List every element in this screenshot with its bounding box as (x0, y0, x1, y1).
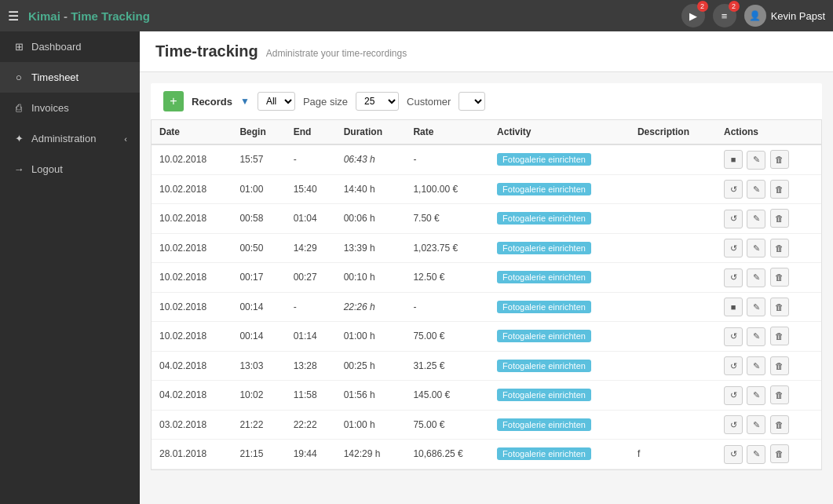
cell-activity: Fotogalerie einrichten (489, 292, 630, 322)
restart-button[interactable]: ↺ (724, 210, 743, 228)
cell-rate: 75.00 € (405, 322, 489, 352)
cell-date: 10.02.2018 (152, 263, 232, 293)
restart-button[interactable]: ↺ (724, 180, 743, 199)
delete-button[interactable]: 🗑 (770, 150, 789, 169)
edit-button[interactable]: ✎ (747, 298, 765, 316)
cell-end: 01:14 (286, 322, 336, 352)
cell-description (630, 174, 716, 204)
dashboard-icon: ⊞ (13, 41, 25, 53)
edit-button[interactable]: ✎ (747, 386, 765, 405)
cell-rate: - (405, 144, 489, 174)
chat-badge: 2 (729, 1, 740, 12)
delete-button[interactable]: 🗑 (770, 209, 789, 228)
logout-icon: → (13, 163, 25, 175)
delete-button[interactable]: 🗑 (770, 298, 789, 316)
cell-begin: 10:02 (232, 381, 285, 411)
cell-duration: 13:39 h (336, 233, 406, 263)
edit-button[interactable]: ✎ (747, 415, 765, 434)
cell-activity: Fotogalerie einrichten (489, 204, 630, 234)
edit-button[interactable]: ✎ (747, 210, 765, 228)
cell-activity: Fotogalerie einrichten (489, 410, 630, 440)
page-subtitle: Administrate your time-recordings (266, 48, 407, 59)
cell-duration: 00:10 h (336, 263, 406, 293)
stop-button[interactable]: ■ (724, 150, 743, 169)
delete-button[interactable]: 🗑 (770, 327, 789, 345)
cell-date: 03.02.2018 (152, 410, 232, 440)
cell-rate: 12.50 € (405, 263, 489, 293)
cell-end: 00:27 (286, 263, 336, 293)
edit-button[interactable]: ✎ (747, 356, 765, 375)
cell-begin: 00:14 (232, 322, 285, 352)
stop-button[interactable]: ■ (724, 298, 743, 316)
cell-begin: 15:57 (232, 144, 285, 174)
edit-button[interactable]: ✎ (747, 239, 765, 257)
cell-rate: 10,686.25 € (405, 440, 489, 469)
cell-date: 10.02.2018 (152, 322, 232, 352)
cell-activity: Fotogalerie einrichten (489, 233, 630, 263)
restart-button[interactable]: ↺ (724, 356, 743, 375)
delete-button[interactable]: 🗑 (770, 180, 789, 199)
delete-button[interactable]: 🗑 (770, 385, 789, 404)
add-button[interactable]: + (163, 91, 184, 111)
chat-button[interactable]: ≡ 2 (713, 4, 736, 27)
table-row: 10.02.2018 15:57 - 06:43 h - Fotogalerie… (152, 144, 821, 174)
customer-label: Customer (407, 96, 451, 108)
sidebar-item-invoices[interactable]: ⎙ Invoices (0, 93, 140, 123)
cell-end: 11:58 (286, 381, 336, 411)
restart-button[interactable]: ↺ (724, 327, 743, 346)
table-row: 10.02.2018 00:14 01:14 01:00 h 75.00 € F… (152, 322, 821, 352)
sidebar-item-timesheet[interactable]: ○ Timesheet (0, 62, 140, 93)
page-title: Time-tracking (155, 42, 258, 60)
activity-badge: Fotogalerie einrichten (497, 447, 591, 460)
records-filter-icon[interactable]: ▼ (240, 96, 250, 107)
activity-badge: Fotogalerie einrichten (497, 330, 591, 342)
records-select[interactable]: All (258, 92, 295, 111)
cell-rate: 75.00 € (405, 410, 489, 440)
delete-button[interactable]: 🗑 (770, 239, 789, 257)
delete-button[interactable]: 🗑 (770, 268, 789, 287)
sidebar-item-administration[interactable]: ✦ Administration ‹ (0, 123, 140, 154)
restart-button[interactable]: ↺ (724, 445, 743, 464)
sidebar-item-invoices-label: Invoices (31, 102, 69, 114)
cell-duration: 22:26 h (336, 292, 406, 322)
cell-date: 10.02.2018 (152, 233, 232, 263)
delete-button[interactable]: 🗑 (770, 444, 789, 463)
brand-kimai: Kimai (28, 9, 60, 23)
edit-button[interactable]: ✎ (747, 327, 765, 346)
menu-toggle-icon[interactable]: ☰ (8, 9, 19, 24)
sidebar-item-logout[interactable]: → Logout (0, 154, 140, 184)
restart-button[interactable]: ↺ (724, 239, 743, 257)
customer-select[interactable] (459, 92, 485, 111)
restart-button[interactable]: ↺ (724, 268, 743, 287)
edit-button[interactable]: ✎ (747, 268, 765, 287)
activity-badge: Fotogalerie einrichten (497, 418, 591, 431)
cell-rate: 1,023.75 € (405, 233, 489, 263)
col-duration: Duration (336, 120, 406, 144)
sidebar-item-administration-label: Administration (31, 133, 96, 144)
timesheet-icon: ○ (13, 71, 25, 83)
page-header: Time-tracking Administrate your time-rec… (140, 31, 833, 72)
restart-button[interactable]: ↺ (724, 415, 743, 434)
edit-button[interactable]: ✎ (747, 445, 765, 464)
edit-button[interactable]: ✎ (747, 151, 765, 170)
edit-button[interactable]: ✎ (747, 180, 765, 199)
brand-sep: - (64, 9, 71, 23)
restart-button[interactable]: ↺ (724, 386, 743, 405)
table-row: 10.02.2018 00:14 - 22:26 h - Fotogalerie… (152, 292, 821, 322)
cell-activity: Fotogalerie einrichten (489, 263, 630, 293)
toolbar: + Records ▼ All Page size 25 50 100 Cust… (151, 83, 822, 120)
chevron-icon: ‹ (124, 134, 127, 144)
delete-button[interactable]: 🗑 (770, 356, 789, 375)
play-button[interactable]: ▶ 2 (681, 4, 705, 27)
cell-activity: Fotogalerie einrichten (489, 440, 630, 469)
activity-badge: Fotogalerie einrichten (497, 183, 591, 195)
top-nav: ☰ Kimai - Time Tracking ▶ 2 ≡ 2 👤 Kevin … (0, 0, 833, 31)
page-size-select[interactable]: 25 50 100 (356, 92, 399, 111)
cell-description (630, 263, 716, 293)
cell-begin: 00:58 (232, 204, 285, 234)
cell-description: f (630, 440, 716, 469)
delete-button[interactable]: 🗑 (770, 415, 789, 434)
cell-activity: Fotogalerie einrichten (489, 322, 630, 352)
cell-actions: ■ ✎ 🗑 (716, 144, 821, 174)
sidebar-item-dashboard[interactable]: ⊞ Dashboard (0, 31, 140, 62)
